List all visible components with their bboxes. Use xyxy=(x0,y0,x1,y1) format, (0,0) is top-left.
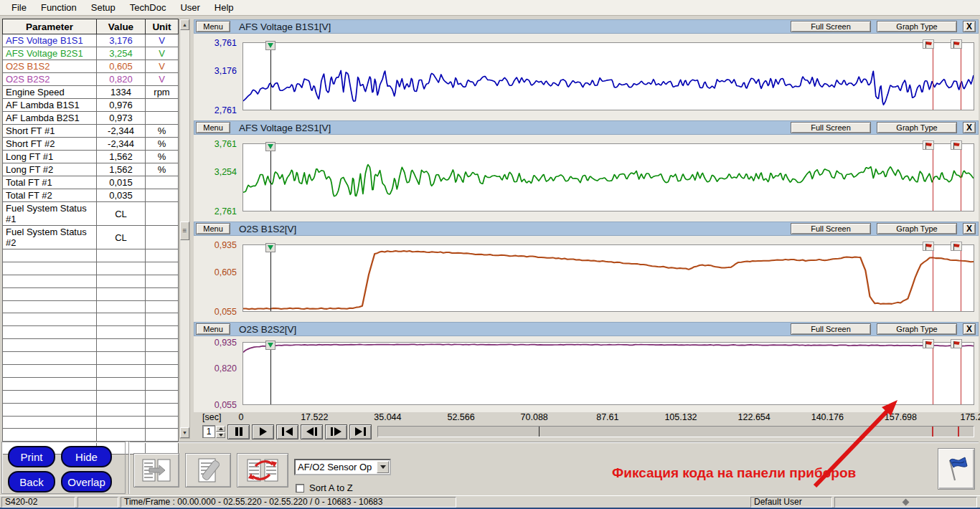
flag-marker-icon[interactable] xyxy=(951,242,962,251)
pause-button[interactable] xyxy=(227,424,250,439)
cursor-line[interactable] xyxy=(270,245,271,311)
plot-area[interactable] xyxy=(242,143,974,211)
param-value: 1,562 xyxy=(97,151,146,163)
menu-item-function[interactable]: Function xyxy=(34,2,84,13)
menu-item-user[interactable]: User xyxy=(173,2,207,13)
graph-type-button[interactable]: Graph Type xyxy=(877,223,957,234)
y-axis-labels: 3,7613,1762,761 xyxy=(194,42,242,110)
frame-step-input[interactable]: 1 xyxy=(202,425,215,438)
plot-area[interactable] xyxy=(242,244,974,312)
graph-menu-button[interactable]: Menu xyxy=(196,21,230,32)
cursor-line[interactable] xyxy=(270,144,271,211)
time-tick: 87.61 xyxy=(596,412,618,422)
table-row[interactable]: Long FT #11,562% xyxy=(3,151,179,163)
cursor-handle-icon[interactable] xyxy=(265,341,275,350)
close-graph-button[interactable]: X xyxy=(963,323,976,335)
play-button[interactable] xyxy=(252,424,274,439)
table-row[interactable]: Fuel System Status #1CL xyxy=(3,202,179,226)
time-tick-row: 017.52235.04452.56670.08887.61105.132122… xyxy=(238,412,974,424)
list-to-graph-view-button[interactable] xyxy=(133,453,179,487)
y-axis-labels: 3,7613,2542,761 xyxy=(194,143,242,211)
swap-lists-button[interactable] xyxy=(237,453,288,487)
record-list-button[interactable] xyxy=(185,453,231,487)
flag-marker-icon[interactable] xyxy=(923,39,934,49)
chevron-down-icon[interactable] xyxy=(377,461,389,473)
y-tick-label: 2,761 xyxy=(215,206,237,217)
table-row[interactable]: AFS Voltage B2S13,254V xyxy=(3,47,179,60)
hide-button[interactable]: Hide xyxy=(61,446,112,467)
graph-title: O2S B1S2[V] xyxy=(239,224,296,234)
graph-menu-button[interactable]: Menu xyxy=(196,122,230,133)
graph-title: O2S B2S2[V] xyxy=(239,324,296,335)
flag-button[interactable] xyxy=(938,448,975,490)
full-screen-button[interactable]: Full Screen xyxy=(791,223,871,234)
flag-marker-icon[interactable] xyxy=(923,339,934,348)
step-back-button[interactable] xyxy=(301,424,323,439)
graph-type-button[interactable]: Graph Type xyxy=(877,323,957,335)
plot-strip: 0,9350,8200,055 xyxy=(194,336,979,412)
cursor-handle-icon[interactable] xyxy=(265,41,275,50)
table-row[interactable]: Engine Speed1334rpm xyxy=(3,86,179,99)
step-forward-button[interactable] xyxy=(325,424,347,439)
scroll-up-icon[interactable]: ▲ xyxy=(180,19,189,30)
table-row[interactable]: O2S B2S20,820V xyxy=(3,73,179,86)
plot-area[interactable] xyxy=(242,342,974,405)
menu-item-setup[interactable]: Setup xyxy=(84,2,123,13)
overlap-button[interactable]: Overlap xyxy=(61,471,112,493)
table-row[interactable]: Short FT #2-2,344% xyxy=(3,138,179,151)
step-down-icon[interactable] xyxy=(216,432,225,438)
graph-panel-header: MenuO2S B2S2[V]Full ScreenGraph TypeX xyxy=(194,322,979,336)
cursor-line[interactable] xyxy=(270,43,271,110)
param-value: CL xyxy=(97,226,146,249)
table-row[interactable]: AF Lambda B1S10,976 xyxy=(3,99,179,112)
scroll-down-icon[interactable]: ▼ xyxy=(180,427,189,438)
table-scrollbar[interactable]: ▲ ≡ ▼ xyxy=(179,19,190,439)
table-row[interactable]: O2S B1S20,605V xyxy=(3,60,179,73)
close-graph-button[interactable]: X xyxy=(963,223,976,234)
graph-menu-button[interactable]: Menu xyxy=(196,323,230,335)
table-row-empty xyxy=(3,300,179,313)
table-row[interactable]: Long FT #21,562% xyxy=(3,163,179,176)
skip-end-button[interactable] xyxy=(349,424,372,439)
full-screen-button[interactable]: Full Screen xyxy=(791,323,871,335)
menu-item-techdoc[interactable]: TechDoc xyxy=(123,2,174,13)
table-row[interactable]: Total FT #20,035 xyxy=(3,189,179,202)
flag-marker-icon[interactable] xyxy=(951,141,962,150)
close-graph-button[interactable]: X xyxy=(963,122,976,133)
seek-bar[interactable] xyxy=(377,426,974,437)
full-screen-button[interactable]: Full Screen xyxy=(791,21,871,32)
back-button[interactable]: Back xyxy=(8,471,55,493)
flag-marker-icon[interactable] xyxy=(951,339,962,348)
full-screen-button[interactable]: Full Screen xyxy=(791,122,871,133)
param-value: 1334 xyxy=(97,86,146,99)
function-select[interactable]: AF/O2 Sensor Op xyxy=(294,459,391,475)
flag-marker-icon[interactable] xyxy=(923,141,934,150)
scrollbar-thumb[interactable]: ≡ xyxy=(180,222,189,240)
table-row[interactable]: Fuel System Status #2CL xyxy=(3,226,179,249)
param-value: 0,973 xyxy=(97,112,146,125)
menu-item-help[interactable]: Help xyxy=(207,2,241,13)
table-row[interactable]: AF Lambda B2S10,973 xyxy=(3,112,179,125)
menu-item-file[interactable]: File xyxy=(4,2,34,13)
graph-type-button[interactable]: Graph Type xyxy=(877,21,957,32)
close-graph-button[interactable]: X xyxy=(963,21,976,32)
cursor-line[interactable] xyxy=(270,343,271,404)
param-name: AF Lambda B2S1 xyxy=(3,112,97,125)
print-button[interactable]: Print xyxy=(8,446,55,467)
step-up-icon[interactable] xyxy=(216,426,225,432)
param-name: Total FT #1 xyxy=(3,176,97,189)
flag-marker-icon[interactable] xyxy=(923,242,934,251)
menu-bar: FileFunctionSetupTechDocUserHelp xyxy=(0,0,980,16)
flag-marker-icon[interactable] xyxy=(951,39,962,49)
plot-strip: 3,7613,1762,761 xyxy=(194,34,979,120)
cursor-handle-icon[interactable] xyxy=(265,243,275,252)
cursor-handle-icon[interactable] xyxy=(265,142,275,151)
table-row[interactable]: AFS Voltage B1S13,176V xyxy=(3,34,179,47)
sort-checkbox[interactable] xyxy=(296,484,304,493)
table-row[interactable]: Total FT #10,015 xyxy=(3,176,179,189)
graph-menu-button[interactable]: Menu xyxy=(196,223,230,234)
graph-type-button[interactable]: Graph Type xyxy=(877,122,957,133)
skip-start-button[interactable] xyxy=(276,424,298,439)
plot-area[interactable] xyxy=(242,42,974,110)
table-row[interactable]: Short FT #1-2,344% xyxy=(3,125,179,138)
